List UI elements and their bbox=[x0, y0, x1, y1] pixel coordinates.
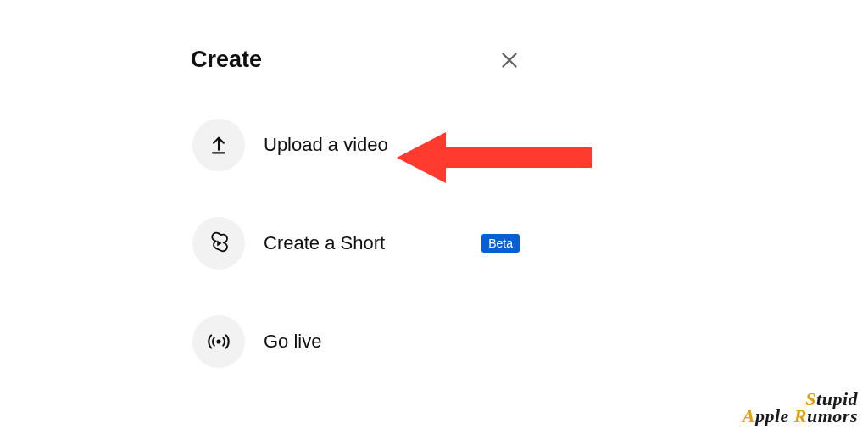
option-label: Upload a video bbox=[264, 134, 388, 156]
option-upload-video[interactable]: Upload a video bbox=[191, 108, 521, 181]
svg-point-0 bbox=[216, 339, 220, 343]
live-icon bbox=[192, 315, 245, 368]
close-icon bbox=[498, 49, 520, 71]
option-go-live[interactable]: Go live bbox=[191, 305, 521, 378]
sheet-title: Create bbox=[191, 47, 262, 73]
option-create-short[interactable]: Create a Short Beta bbox=[191, 207, 521, 280]
sheet-header: Create bbox=[191, 47, 521, 73]
close-button[interactable] bbox=[498, 48, 521, 72]
create-sheet: Create Upload a video Create a Short Bet… bbox=[191, 47, 521, 403]
shorts-icon bbox=[192, 217, 245, 270]
option-label: Create a Short bbox=[264, 232, 385, 254]
watermark-line2: Apple Rumors bbox=[743, 407, 858, 426]
option-label: Go live bbox=[264, 331, 321, 353]
watermark: Stupid Apple Rumors bbox=[743, 390, 858, 426]
upload-icon bbox=[192, 119, 245, 171]
beta-badge: Beta bbox=[481, 234, 520, 253]
